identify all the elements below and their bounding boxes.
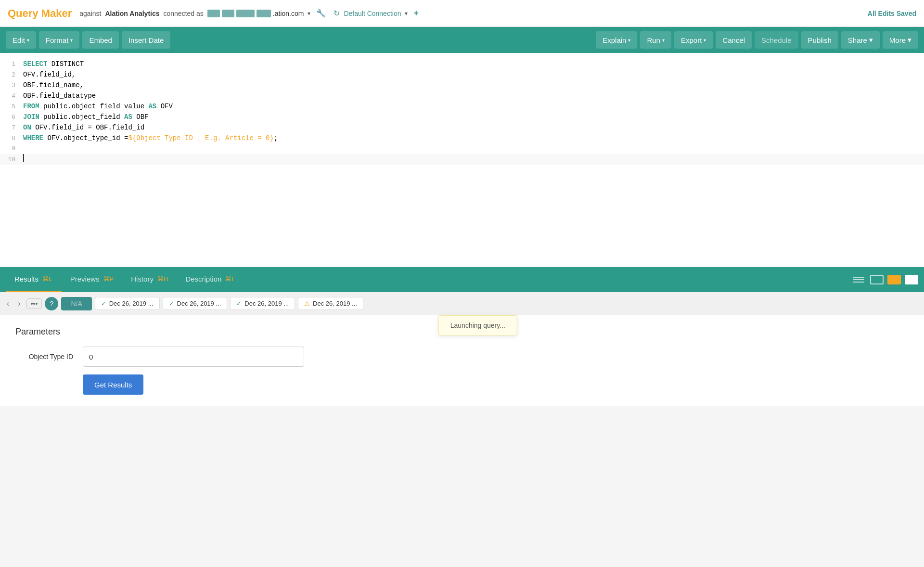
edit-button[interactable]: Edit ▾	[6, 31, 36, 49]
result-tab-3-label: Dec 26, 2019 ...	[244, 300, 289, 307]
na-tab[interactable]: N/A	[61, 297, 91, 310]
tab-description-label: Description	[185, 275, 221, 283]
result-tab-3[interactable]: ✓ Dec 26, 2019 ...	[230, 297, 295, 310]
line-num-3: 3	[0, 80, 23, 91]
line-num-4: 4	[0, 91, 23, 102]
share-button[interactable]: Share ▾	[841, 31, 880, 49]
tab-results[interactable]: Results ⌘E	[6, 267, 62, 292]
next-result-button[interactable]: ›	[15, 297, 23, 310]
tab-description[interactable]: Description ⌘I	[177, 267, 242, 292]
warn-icon-4: ⚠	[304, 300, 310, 307]
code-line-3: 3 OBF.field_name,	[0, 80, 924, 90]
insert-date-button[interactable]: Insert Date	[122, 31, 170, 49]
export-button[interactable]: Export ▾	[674, 31, 713, 49]
prev-result-button[interactable]: ‹	[4, 297, 12, 310]
tab-history-label: History	[131, 275, 154, 283]
code-line-6: 6 JOIN public.object_field AS OBF	[0, 112, 924, 122]
schedule-label: Schedule	[761, 36, 792, 44]
line-content-7: ON OFV.field_id = OBF.field_id	[23, 122, 924, 133]
tab-description-shortcut: ⌘I	[225, 275, 233, 283]
code-line-1: 1 SELECT DISTINCT	[0, 59, 924, 69]
export-label: Export	[681, 36, 702, 44]
format-arrow-icon: ▾	[70, 38, 73, 43]
chip-4	[257, 10, 271, 17]
tab-history[interactable]: History ⌘H	[122, 267, 177, 292]
grip-icon[interactable]	[851, 275, 866, 284]
schedule-button[interactable]: Schedule	[755, 31, 798, 49]
cancel-label: Cancel	[722, 36, 745, 44]
add-connection-icon[interactable]: +	[413, 8, 419, 18]
refresh-icon[interactable]: ↻	[334, 9, 340, 18]
app-title: Query Maker	[8, 7, 72, 20]
result-tab-4-label: Dec 26, 2019 ...	[313, 300, 357, 307]
line-content-1: SELECT DISTINCT	[23, 59, 924, 69]
line-num-6: 6	[0, 112, 23, 123]
connection-name: Alation Analytics	[105, 10, 159, 17]
tab-previews[interactable]: Previews ⌘P	[62, 267, 123, 292]
code-line-10: 10	[0, 154, 924, 165]
help-button[interactable]: ?	[45, 297, 58, 310]
connection-chevron-icon[interactable]: ▾	[308, 10, 310, 17]
wrench-icon[interactable]: 🔧	[316, 9, 326, 18]
layout-icon-split[interactable]	[870, 275, 884, 284]
run-label: Run	[647, 36, 660, 44]
publish-button[interactable]: Publish	[801, 31, 838, 49]
layout-icon-bottom[interactable]	[887, 275, 901, 284]
line-num-1: 1	[0, 59, 23, 70]
connection-as: connected as	[164, 10, 204, 17]
na-label: N/A	[71, 300, 82, 308]
line-num-5: 5	[0, 102, 23, 112]
insert-date-label: Insert Date	[128, 36, 164, 44]
layout-icon-full[interactable]	[905, 275, 918, 284]
code-line-5: 5 FROM public.object_field_value AS OFV	[0, 101, 924, 112]
check-icon-3: ✓	[236, 300, 242, 307]
launching-text: Launching query...	[450, 322, 505, 329]
param-input[interactable]	[83, 347, 304, 367]
code-line-2: 2 OFV.field_id,	[0, 69, 924, 80]
run-button[interactable]: Run ▾	[640, 31, 671, 49]
line-content-6: JOIN public.object_field AS OBF	[23, 112, 924, 122]
tab-previews-label: Previews	[70, 275, 100, 283]
code-editor[interactable]: 1 SELECT DISTINCT 2 OFV.field_id, 3 OBF.…	[0, 53, 924, 267]
line-content-8: WHERE OFV.object_type_id =${Object Type …	[23, 133, 924, 143]
check-icon-2: ✓	[169, 300, 174, 307]
connection-chips: .ation.com	[207, 10, 304, 17]
tab-previews-shortcut: ⌘P	[103, 275, 114, 283]
format-button[interactable]: Format ▾	[39, 31, 80, 49]
tab-right-controls	[851, 275, 918, 284]
line-content-10	[23, 154, 924, 165]
tab-results-label: Results	[14, 275, 38, 283]
result-tab-1-label: Dec 26, 2019 ...	[109, 300, 154, 307]
result-tab-2[interactable]: ✓ Dec 26, 2019 ...	[163, 297, 228, 310]
results-bar: ‹ › ••• ? N/A ✓ Dec 26, 2019 ... ✓ Dec 2…	[0, 292, 924, 315]
tabs-bar: Results ⌘E Previews ⌘P History ⌘H Descri…	[0, 267, 924, 292]
more-results-button[interactable]: •••	[26, 298, 42, 309]
param-label: Object Type ID	[15, 353, 73, 361]
default-connection-chevron-icon[interactable]: ▾	[405, 10, 408, 17]
get-results-button[interactable]: Get Results	[83, 374, 143, 395]
code-line-9: 9	[0, 143, 924, 154]
line-num-7: 7	[0, 123, 23, 133]
line-content-2: OFV.field_id,	[23, 69, 924, 80]
result-tab-1[interactable]: ✓ Dec 26, 2019 ...	[95, 297, 160, 310]
bottom-panel: Results ⌘E Previews ⌘P History ⌘H Descri…	[0, 267, 924, 406]
share-arrow-icon: ▾	[869, 36, 873, 44]
embed-button[interactable]: Embed	[82, 31, 119, 49]
more-label: More	[889, 36, 906, 44]
top-bar: Query Maker against Alation Analytics co…	[0, 0, 924, 27]
code-line-7: 7 ON OFV.field_id = OBF.field_id	[0, 122, 924, 133]
explain-button[interactable]: Explain ▾	[596, 31, 637, 49]
cancel-button[interactable]: Cancel	[716, 31, 752, 49]
chip-3	[236, 10, 255, 17]
result-tab-4[interactable]: ⚠ Dec 26, 2019 ...	[298, 297, 363, 310]
editor-empty-space[interactable]	[0, 165, 924, 261]
publish-label: Publish	[808, 36, 832, 44]
explain-label: Explain	[603, 36, 626, 44]
default-connection-label[interactable]: Default Connection	[344, 10, 401, 17]
toolbar-right: Schedule Publish Share ▾ More ▾	[755, 31, 918, 49]
launching-tooltip: Launching query...	[438, 315, 517, 335]
line-content-4: OBF.field_datatype	[23, 90, 924, 101]
code-line-8: 8 WHERE OFV.object_type_id =${Object Typ…	[0, 133, 924, 143]
code-line-4: 4 OBF.field_datatype	[0, 90, 924, 101]
more-button[interactable]: More ▾	[883, 31, 918, 49]
